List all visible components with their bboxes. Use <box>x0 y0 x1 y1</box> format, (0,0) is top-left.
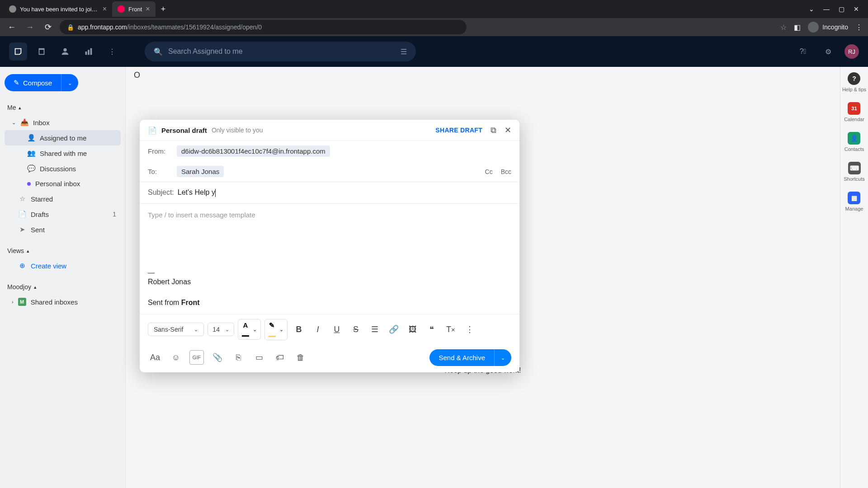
browser-menu-icon[interactable]: ⋮ <box>855 23 863 32</box>
share-draft-button[interactable]: SHARE DRAFT <box>435 127 482 134</box>
link-button[interactable]: 🔗 <box>386 322 401 337</box>
tag-button[interactable]: 🏷 <box>273 350 287 365</box>
open-tab-letter: O <box>134 70 140 80</box>
image-button[interactable]: 🖼 <box>405 322 420 337</box>
subject-field[interactable]: Subject: Let's Help y <box>140 182 519 204</box>
rail-label: Calendar <box>844 117 864 122</box>
tab-search-icon[interactable]: ⌄ <box>809 5 814 13</box>
quote-button[interactable]: ❝ <box>424 322 439 337</box>
snippet-button[interactable]: ▭ <box>252 350 266 365</box>
new-tab-button[interactable]: + <box>156 5 171 14</box>
bcc-button[interactable]: Bcc <box>501 168 511 175</box>
from-field[interactable]: From: d6idw-dc6b813001f4ec10c7f4@in.fron… <box>140 141 519 161</box>
reload-button[interactable]: ⟳ <box>42 22 54 32</box>
popout-icon[interactable]: ⧉ <box>491 126 496 135</box>
lock-icon: 🔒 <box>67 24 74 31</box>
sidebar-item-starred[interactable]: ☆ Starred <box>5 191 121 206</box>
right-rail: ? Help & tips 31 Calendar 👤 Contacts ⌨ S… <box>840 67 868 488</box>
extensions-icon[interactable]: ◧ <box>794 23 801 32</box>
rail-help[interactable]: ? Help & tips <box>842 72 866 92</box>
workspace-badge: M <box>18 298 26 306</box>
rail-contacts[interactable]: 👤 Contacts <box>844 132 864 152</box>
close-window-icon[interactable]: ✕ <box>854 5 859 13</box>
sent-from-line: Sent from Front <box>148 299 511 307</box>
sidebar-item-inbox[interactable]: ⌄ 📥 Inbox <box>5 115 121 130</box>
sidebar-item-discussions[interactable]: 💬 Discussions <box>5 161 121 176</box>
signature-name: Robert Jonas <box>148 278 511 286</box>
sidebar-section-me[interactable]: Me ▴ <box>5 100 121 115</box>
close-icon[interactable]: ✕ <box>505 125 511 135</box>
bold-button[interactable]: B <box>291 322 307 337</box>
sidebar-item-shared[interactable]: 👥 Shared with me <box>5 145 121 161</box>
text-style-button[interactable]: Aa <box>148 350 162 365</box>
help-icon[interactable]: ?⃝ <box>794 42 812 61</box>
search-bar[interactable]: 🔍 Search Assigned to me ☰ <box>145 42 416 61</box>
inbox-nav-icon[interactable] <box>9 42 27 61</box>
strikethrough-button[interactable]: S <box>348 322 363 337</box>
address-bar: ← → ⟳ 🔒 app.frontapp.com/inboxes/teammat… <box>0 18 868 36</box>
rail-shortcuts[interactable]: ⌨ Shortcuts <box>844 162 864 182</box>
chat-icon: 💬 <box>27 164 35 173</box>
contacts-nav-icon[interactable] <box>56 42 74 61</box>
template-button[interactable]: ⎘ <box>231 350 245 365</box>
star-icon: ☆ <box>18 195 26 203</box>
close-icon[interactable]: × <box>146 5 150 13</box>
highlight-dropdown[interactable]: ✎⌄ <box>264 319 288 340</box>
list-button[interactable]: ☰ <box>367 322 382 337</box>
plus-icon: ⊕ <box>18 262 26 270</box>
compose-dropdown[interactable]: ⌄ <box>61 74 78 91</box>
calendar-nav-icon[interactable] <box>33 42 51 61</box>
sidebar-item-shared-inboxes[interactable]: › M Shared inboxes <box>5 294 121 310</box>
body-placeholder: Type / to insert a message template <box>148 211 511 219</box>
sidebar-item-drafts[interactable]: 📄 Drafts 1 <box>5 206 121 222</box>
to-field[interactable]: To: Sarah Jonas Cc Bcc <box>140 161 519 182</box>
minimize-icon[interactable]: — <box>823 5 830 13</box>
compose-body[interactable]: Type / to insert a message template — Ro… <box>140 204 519 314</box>
compose-button[interactable]: ✎ Compose <box>5 74 61 91</box>
search-placeholder: Search Assigned to me <box>168 47 243 56</box>
sidebar-item-create-view[interactable]: ⊕ Create view <box>5 258 121 273</box>
cc-button[interactable]: Cc <box>485 168 493 175</box>
bookmark-icon[interactable]: ☆ <box>780 23 787 32</box>
underline-button[interactable]: U <box>329 322 344 337</box>
settings-icon[interactable]: ⚙ <box>819 42 837 61</box>
subject-input[interactable]: Let's Help y <box>178 188 216 197</box>
font-family-dropdown[interactable]: Sans-Serif⌄ <box>148 323 204 336</box>
url-field[interactable]: 🔒 app.frontapp.com/inboxes/teammates/156… <box>60 20 467 34</box>
sidebar-section-moodjoy[interactable]: Moodjoy ▴ <box>5 280 121 294</box>
browser-tab[interactable]: Front × <box>112 1 156 17</box>
rail-manage[interactable]: ▦ Manage <box>845 192 863 211</box>
delete-button[interactable]: 🗑 <box>293 350 308 365</box>
sidebar-section-views[interactable]: Views ▴ <box>5 244 121 258</box>
rail-calendar[interactable]: 31 Calendar <box>844 102 864 122</box>
browser-tab[interactable]: You have been invited to join Fro × <box>4 1 112 17</box>
sidebar-item-personal-inbox[interactable]: Personal inbox <box>5 176 121 191</box>
contacts-icon: 👤 <box>848 132 860 145</box>
maximize-icon[interactable]: ▢ <box>839 5 844 13</box>
gif-button[interactable]: GIF <box>189 350 204 365</box>
incognito-badge[interactable]: Incognito <box>808 22 848 33</box>
send-archive-button[interactable]: Send & Archive <box>429 349 494 366</box>
send-dropdown[interactable]: ⌄ <box>494 349 511 366</box>
attach-button[interactable]: 📎 <box>210 350 225 365</box>
font-size-dropdown[interactable]: 14⌄ <box>208 323 234 336</box>
close-icon[interactable]: × <box>103 5 107 13</box>
forward-button[interactable]: → <box>24 23 36 32</box>
italic-button[interactable]: I <box>310 322 326 337</box>
users-icon: 👥 <box>27 149 35 157</box>
from-value[interactable]: d6idw-dc6b813001f4ec10c7f4@in.frontapp.c… <box>177 145 330 157</box>
count-badge: 1 <box>113 211 116 218</box>
filter-icon[interactable]: ☰ <box>401 47 407 56</box>
more-nav-icon[interactable]: ⋮ <box>103 42 121 61</box>
to-chip[interactable]: Sarah Jonas <box>177 166 224 177</box>
more-format-button[interactable]: ⋮ <box>462 322 477 337</box>
clear-format-button[interactable]: T× <box>443 322 458 337</box>
sidebar-item-sent[interactable]: ➤ Sent <box>5 222 121 237</box>
text-color-dropdown[interactable]: A⌄ <box>238 319 261 340</box>
back-button[interactable]: ← <box>5 23 18 32</box>
sidebar-item-assigned[interactable]: 👤 Assigned to me <box>5 130 121 145</box>
rail-label: Shortcuts <box>844 176 864 182</box>
analytics-nav-icon[interactable] <box>80 42 98 61</box>
emoji-button[interactable]: ☺ <box>169 350 183 365</box>
avatar[interactable]: RJ <box>844 44 859 59</box>
